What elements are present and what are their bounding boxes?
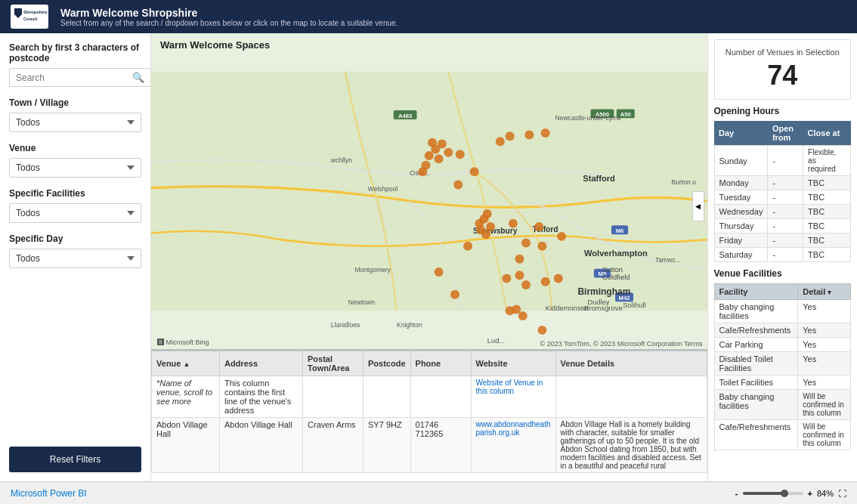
col-phone[interactable]: Phone	[410, 351, 471, 376]
hours-close: TBC	[803, 205, 851, 219]
map-expand-button[interactable]: ◀	[692, 191, 704, 221]
zoom-plus[interactable]: +	[808, 489, 812, 498]
map-svg[interactable]: A483 A500 A50 M6	[151, 33, 707, 349]
day-section: Specific Day Todos	[9, 233, 141, 268]
zoom-controls: - + 84% ⛶	[735, 489, 846, 498]
map-marker[interactable]	[537, 326, 546, 335]
map-marker[interactable]	[509, 219, 518, 228]
map-marker[interactable]	[518, 311, 528, 320]
map-marker[interactable]	[521, 280, 531, 289]
col-venue[interactable]: Venue ▲	[152, 351, 220, 376]
map-marker[interactable]	[450, 290, 459, 299]
map-marker[interactable]	[444, 148, 453, 157]
map-marker[interactable]	[470, 167, 479, 176]
fac-name: Cafe/Refreshments	[714, 323, 798, 338]
map-marker[interactable]	[463, 242, 472, 251]
col-postal[interactable]: Postal Town/Area	[303, 351, 364, 376]
table-section: Venue ▲ Address Postal Town/Area Postcod…	[151, 349, 707, 481]
map-marker[interactable]	[486, 222, 495, 231]
col-address[interactable]: Address	[220, 351, 303, 376]
map-marker[interactable]	[557, 232, 566, 241]
svg-text:Shropshire: Shropshire	[23, 10, 48, 14]
fac-detail: Yes	[798, 323, 851, 338]
map-marker[interactable]	[512, 305, 521, 314]
map-marker[interactable]	[435, 154, 444, 163]
hours-open: -	[768, 176, 803, 190]
cell-website: Website of Venue in this column	[471, 376, 555, 418]
hours-table: Day Open from Close at Sunday - Flexible…	[714, 121, 851, 262]
zoom-bar[interactable]	[743, 492, 803, 495]
hours-day: Wednesday	[714, 205, 768, 219]
town-label: Town / Village	[9, 97, 141, 108]
col-postcode[interactable]: Postcode	[364, 351, 411, 376]
facilities-dropdown[interactable]: Todos	[9, 203, 141, 223]
day-dropdown[interactable]: Todos	[9, 249, 141, 268]
fac-name: Baby changing facilities	[714, 300, 798, 323]
town-dropdown[interactable]: Todos	[9, 113, 141, 132]
col-website[interactable]: Website	[471, 351, 555, 376]
opening-hours-section: Opening Hours Day Open from Close at Sun…	[714, 106, 851, 262]
map-marker[interactable]	[521, 238, 531, 247]
hours-day: Monday	[714, 176, 768, 190]
map-marker[interactable]	[506, 131, 515, 141]
sidebar: Search by first 3 characters of postcode…	[0, 33, 151, 481]
map-marker[interactable]	[425, 151, 434, 160]
cell-postal	[303, 376, 364, 418]
hours-open: -	[768, 146, 803, 176]
reset-button[interactable]: Reset Filters	[9, 447, 141, 472]
svg-text:Dudley: Dudley	[587, 298, 610, 306]
zoom-minus[interactable]: -	[735, 489, 738, 498]
map-marker[interactable]	[438, 140, 447, 149]
map-marker[interactable]	[481, 230, 490, 239]
map-marker[interactable]	[534, 222, 543, 231]
hours-day: Friday	[714, 233, 768, 248]
search-icon[interactable]: 🔍	[132, 72, 144, 83]
map-marker[interactable]	[541, 128, 550, 138]
hours-day: Thursday	[714, 219, 768, 233]
map-marker[interactable]	[418, 167, 427, 176]
map-marker[interactable]	[456, 150, 465, 159]
postcode-section: Search by first 3 characters of postcode…	[9, 42, 141, 87]
svg-text:Solihull: Solihull	[623, 301, 645, 309]
powerbi-link[interactable]: Microsoft Power BI	[11, 488, 87, 499]
map-marker[interactable]	[541, 277, 550, 286]
svg-text:Burton u: Burton u	[671, 178, 696, 186]
fac-detail: Will be confirmed in this column	[798, 390, 851, 420]
search-input[interactable]	[16, 73, 129, 83]
map-section[interactable]: Warm Welcome Spaces A483 A500 A50	[151, 33, 707, 349]
svg-text:Welshpool: Welshpool	[368, 185, 398, 193]
opening-hours-title: Opening Hours	[714, 106, 851, 116]
map-marker[interactable]	[435, 267, 444, 277]
venue-dropdown[interactable]: Todos	[9, 158, 141, 178]
map-marker[interactable]	[524, 131, 534, 140]
hours-col-close: Close at	[803, 121, 851, 146]
table-wrapper[interactable]: Venue ▲ Address Postal Town/Area Postcod…	[151, 351, 707, 481]
map-marker[interactable]	[554, 274, 563, 283]
hours-close: TBC	[803, 233, 851, 248]
bing-logo: 🅱 Microsoft Bing	[157, 339, 209, 346]
map-marker[interactable]	[483, 209, 492, 218]
hours-close: TBC	[803, 176, 851, 190]
venue-section: Venue Todos	[9, 143, 141, 178]
svg-text:Tamwc...: Tamwc...	[655, 256, 681, 264]
map-marker[interactable]	[537, 242, 546, 251]
map-marker[interactable]	[453, 180, 463, 189]
facilities-table: Facility Detail Baby changing facilities…	[714, 283, 851, 450]
map-title: Warm Welcome Spaces	[160, 39, 270, 51]
fullscreen-icon[interactable]: ⛶	[838, 489, 846, 498]
map-marker[interactable]	[515, 271, 524, 280]
map-marker[interactable]	[428, 138, 437, 147]
search-box[interactable]: 🔍	[9, 68, 151, 87]
map-marker[interactable]	[496, 137, 505, 146]
fac-col-detail[interactable]: Detail	[798, 284, 851, 300]
col-details[interactable]: Venue Details	[555, 351, 707, 376]
cell-details	[555, 376, 707, 418]
fac-detail: Yes	[798, 300, 851, 323]
map-marker[interactable]	[502, 274, 511, 283]
hours-close: TBC	[803, 219, 851, 233]
town-section: Town / Village Todos	[9, 97, 141, 132]
map-marker[interactable]	[515, 255, 524, 264]
shropshire-logo: Shropshire Council	[11, 5, 48, 29]
fac-name: Toilet Facilities	[714, 376, 798, 390]
center-area: Warm Welcome Spaces A483 A500 A50	[151, 33, 708, 481]
